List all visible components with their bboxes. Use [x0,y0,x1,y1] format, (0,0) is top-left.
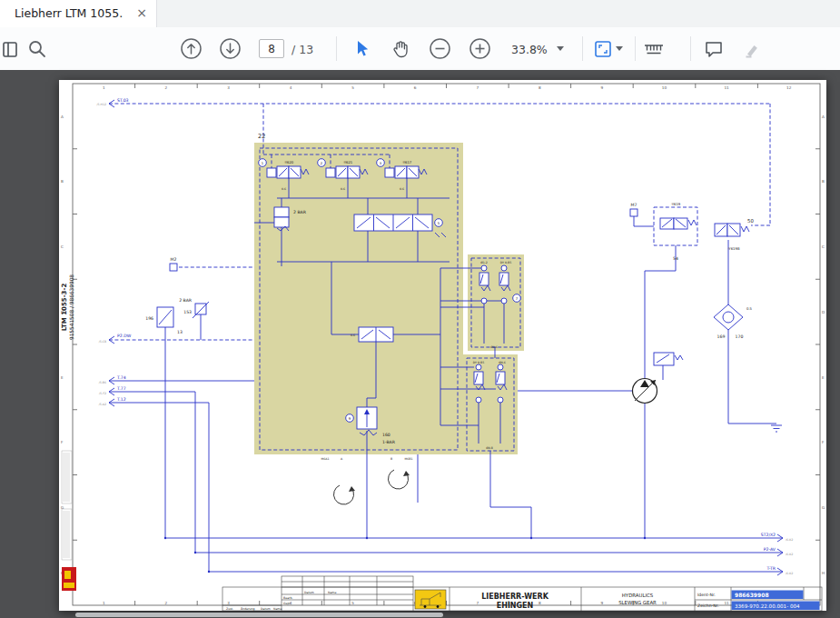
svg-text:0.6: 0.6 [351,334,355,337]
svg-text:C: C [822,244,825,249]
svg-text:0.6: 0.6 [282,187,286,191]
svg-text:DY 0.85: DY 0.85 [473,361,484,364]
svg-text:Ø0.6: Ø0.6 [490,345,498,349]
zoom-level-dropdown[interactable]: 33.8% [511,43,548,56]
svg-text:G: G [61,505,64,510]
rotation-arrows [334,470,410,504]
svg-text:Ident-Nr.: Ident-Nr. [697,593,716,597]
svg-text:B: B [822,179,825,184]
svg-text:2 BAR: 2 BAR [179,298,193,303]
grid-number: 1 [103,85,105,90]
typewriter-tool-icon[interactable] [641,36,667,62]
svg-text:Name: Name [328,591,336,594]
svg-text:3: 3 [227,601,230,605]
svg-text:Ø0.8: Ø0.8 [486,446,493,450]
svg-text:P2-AV: P2-AV [764,547,776,552]
svg-text:/5.C8: /5.C8 [99,340,106,344]
svg-text:M6B1: M6B1 [405,457,413,461]
svg-text:-Y619B: -Y619B [727,246,739,251]
test-port-m7 [630,209,637,216]
toolbar-separator [336,36,337,61]
crane-logo [415,590,446,609]
svg-text:-Y621: -Y621 [343,160,353,164]
svg-text:-Y619: -Y619 [671,202,681,206]
svg-text:/5.A2: /5.A2 [99,403,106,406]
svg-text:T.74: T.74 [116,375,126,380]
svg-text:/6.02: /6.02 [786,538,793,542]
zoom-in-button[interactable] [467,35,492,61]
application-window: Liebherr LTM 1055... × / 13 [0,0,840,618]
browser-tab[interactable]: Liebherr LTM 1055... × [0,0,157,27]
svg-text:T.77: T.77 [116,386,126,391]
tab-close-icon[interactable]: × [136,5,147,20]
toolbar-separator [635,36,636,61]
svg-text:160: 160 [382,433,390,437]
horizontal-scrollbar-thumb[interactable] [75,613,443,617]
svg-text:ST2/X2: ST2/X2 [761,533,776,537]
comment-tool-icon[interactable] [701,36,726,62]
search-icon[interactable] [25,36,50,62]
schematic-sheet: 1 2 3 4 5 6 7 8 9 10 11 12 1 2 3 4 5 [59,80,826,611]
svg-text:Datum: Datum [304,591,314,594]
svg-text:7: 7 [476,601,479,605]
zeichn-value: 3369-970.22.00.001- 004 [735,603,800,609]
svg-text:-Y617: -Y617 [402,160,412,164]
flushing-valve [654,353,683,365]
page-total-label: / 13 [292,43,313,56]
toolbar-separator [582,36,583,61]
test-port-m2 [170,264,177,271]
chevron-down-icon[interactable] [557,46,564,51]
svg-text:7: 7 [476,85,479,90]
drawing-title: HYDRAULICS [622,593,654,598]
valve-y619 [660,218,697,229]
svg-text:10: 10 [662,601,667,605]
svg-text:153: 153 [183,310,192,314]
svg-text:Ø1.2: Ø1.2 [480,261,488,264]
hydraulic-motor [633,379,657,404]
svg-text:2: 2 [165,601,168,605]
svg-text:F: F [822,440,825,444]
connector-label: ST.03 [117,98,129,103]
pdf-toolbar: / 13 33.8% [0,27,840,71]
browser-tab-bar: Liebherr LTM 1055... × [0,0,840,28]
page-number-input[interactable] [259,39,284,58]
svg-text:9: 9 [601,85,604,90]
svg-text:11: 11 [724,85,729,90]
svg-text:Name: Name [273,607,282,611]
chevron-down-icon[interactable] [616,46,623,51]
svg-text:Bearb.: Bearb. [283,596,292,600]
svg-text:170: 170 [736,334,744,339]
svg-text:M2: M2 [171,257,177,262]
svg-text:3: 3 [227,85,230,90]
next-page-button[interactable] [217,35,242,61]
pdf-viewer-canvas[interactable]: 1 2 3 4 5 6 7 8 9 10 11 12 1 2 3 4 5 [0,70,840,618]
previous-page-button[interactable] [178,35,203,61]
svg-text:H: H [822,571,825,575]
fit-page-icon[interactable] [590,36,616,62]
sidebar-toggle-icon[interactable] [0,36,23,62]
svg-text:DY 0.85: DY 0.85 [500,261,511,264]
svg-text:T.12: T.12 [116,397,126,402]
svg-text:C: C [61,244,64,249]
svg-text:Änderung: Änderung [241,607,255,611]
svg-text:6: 6 [414,85,417,90]
svg-text:2 BAR: 2 BAR [293,210,307,214]
svg-text:B: B [390,457,392,461]
zoom-out-button[interactable] [427,35,452,61]
svg-text:Zust.: Zust. [226,607,233,611]
svg-text:Gepr.: Gepr. [283,602,291,605]
svg-text:F: F [61,440,64,444]
select-tool-icon[interactable] [350,36,375,62]
svg-text:10: 10 [662,85,667,90]
side-strip: LTM 1055-3-2 915541508 / 986639908 [61,274,76,591]
svg-text:A: A [822,115,825,119]
svg-text:11: 11 [724,601,729,605]
hand-tool-icon[interactable] [388,36,413,62]
model-label: LTM 1055-3-2 [61,284,68,332]
svg-text:5: 5 [351,85,354,90]
highlighter-tool-icon[interactable] [739,36,765,62]
svg-text:9: 9 [601,601,604,605]
svg-text:0.6: 0.6 [341,187,345,191]
svg-text:169: 169 [717,334,726,339]
grid-letter: A [61,115,64,119]
